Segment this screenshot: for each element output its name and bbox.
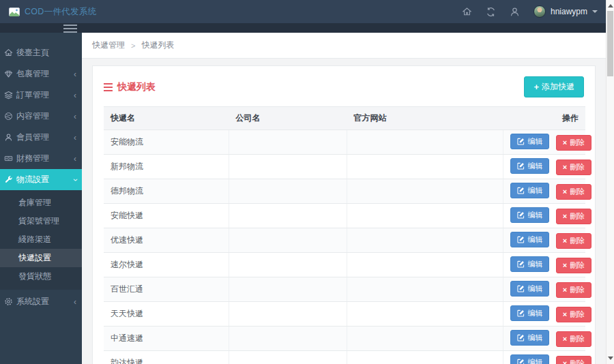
edit-button[interactable]: 编辑 [510, 158, 549, 174]
edit-icon [517, 187, 525, 194]
sidebar-item-gear[interactable]: 系統設置 ‹ [0, 291, 82, 312]
delete-button[interactable]: × 刪除 [556, 184, 591, 200]
col-company-name: 公司名 [229, 107, 347, 130]
user-menu[interactable]: hniawypm [533, 5, 598, 18]
username: hniawypm [551, 7, 587, 16]
cell-actions: 编辑 × 刪除 [503, 204, 585, 228]
scroll-up-arrow-icon[interactable] [608, 4, 613, 7]
cell-website [347, 351, 503, 364]
cell-courier-name: 韵达快遞 [104, 351, 229, 364]
sidebar-item-gem[interactable]: 包裹管理 ‹ [0, 63, 82, 85]
cell-company-name [229, 204, 347, 228]
sidebar-item-layers[interactable]: 訂單管理 ‹ [0, 85, 82, 106]
edit-button[interactable]: 编辑 [510, 305, 549, 321]
cell-company-name [229, 327, 347, 351]
delete-button[interactable]: × 刪除 [556, 307, 591, 322]
delete-button[interactable]: × 刪除 [556, 160, 591, 175]
cell-website [347, 155, 503, 179]
sidebar-subitem[interactable]: 倉庫管理 [0, 194, 82, 212]
table-row: 天天快遞 编辑 × 刪除 [104, 302, 585, 327]
delete-icon: × [563, 335, 567, 343]
app-logo[interactable]: COD一件代发系统 [0, 6, 96, 18]
edit-button[interactable]: 编辑 [510, 281, 549, 297]
sidebar-item-money[interactable]: 財務管理 ‹ [0, 148, 82, 169]
chevron-icon: ‹ [74, 155, 76, 163]
sidebar-item-label: 財務管理 [16, 153, 49, 164]
user-icon [4, 133, 13, 142]
sidebar-item-user[interactable]: 會員管理 ‹ [0, 127, 82, 148]
sidebar-subitem[interactable]: 綫路渠道 [0, 230, 82, 249]
scrollbar-thumb[interactable] [607, 11, 613, 76]
sidebar-subitem[interactable]: 貨架號管理 [0, 212, 82, 230]
home-icon[interactable] [462, 6, 473, 17]
delete-icon: × [563, 286, 567, 294]
breadcrumb-current: 快遞列表 [141, 40, 174, 51]
delete-icon: × [563, 188, 567, 196]
chevron-icon: ‹ [74, 70, 76, 78]
delete-button[interactable]: × 刪除 [556, 135, 591, 151]
chevron-icon: ‹ [71, 179, 79, 181]
add-courier-button[interactable]: + 添加快遞 [524, 76, 584, 97]
user-icon[interactable] [510, 6, 521, 17]
edit-button[interactable]: 编辑 [510, 354, 549, 364]
edit-icon [517, 211, 525, 219]
edit-button[interactable]: 编辑 [510, 330, 549, 346]
main-content: 快遞管理 > 快遞列表 快遞列表 + 添加快遞 快遞名 [82, 33, 606, 364]
sidebar-item-home[interactable]: 後臺主頁 [0, 42, 82, 63]
edit-button[interactable]: 编辑 [510, 232, 549, 247]
cell-actions: 编辑 × 刪除 [503, 155, 585, 179]
table-row: 速尔快遞 编辑 × 刪除 [104, 253, 585, 277]
cell-actions: 编辑 × 刪除 [503, 351, 585, 364]
scroll-down-arrow-icon[interactable] [608, 357, 613, 360]
money-icon [4, 154, 13, 163]
delete-button[interactable]: × 刪除 [556, 282, 591, 298]
edit-button[interactable]: 编辑 [510, 207, 549, 223]
sidebar-subitem-label: 發貨狀態 [18, 271, 51, 281]
delete-icon: × [563, 164, 567, 171]
edit-button[interactable]: 编辑 [510, 134, 549, 149]
cell-website [347, 228, 503, 253]
table-row: 德邦物流 编辑 × 刪除 [104, 179, 585, 204]
cell-actions: 编辑 × 刪除 [503, 130, 585, 155]
cell-actions: 编辑 × 刪除 [503, 179, 585, 204]
cell-website [347, 179, 503, 204]
cell-company-name [229, 253, 347, 277]
breadcrumb-link[interactable]: 快遞管理 [92, 40, 125, 51]
col-courier-name: 快遞名 [104, 107, 229, 130]
table-row: 优速快遞 编辑 × 刪除 [104, 228, 585, 253]
vertical-scrollbar [606, 0, 614, 364]
sidebar-item-label: 包裹管理 [16, 68, 49, 80]
delete-button[interactable]: × 刪除 [556, 331, 591, 347]
edit-button[interactable]: 编辑 [510, 183, 549, 198]
delete-icon: × [563, 360, 567, 364]
sidebar-item-wrench[interactable]: 物流設置 ‹ [0, 169, 82, 190]
edit-icon [517, 236, 525, 243]
sidebar-subitem[interactable]: 快遞設置 [0, 249, 82, 267]
cell-courier-name: 百世汇通 [104, 277, 229, 302]
delete-button[interactable]: × 刪除 [556, 209, 591, 224]
gear-icon [4, 297, 13, 306]
app-title: COD一件代发系统 [25, 6, 96, 18]
cell-company-name [229, 179, 347, 204]
col-website: 官方网站 [347, 107, 503, 130]
cell-actions: 编辑 × 刪除 [503, 302, 585, 327]
sidebar-subitem[interactable]: 發貨狀態 [0, 267, 82, 286]
chevron-icon: ‹ [74, 134, 76, 142]
edit-icon [517, 138, 525, 145]
delete-button[interactable]: × 刪除 [556, 356, 591, 364]
edit-button[interactable]: 编辑 [510, 256, 549, 272]
cell-company-name [229, 277, 347, 302]
cell-courier-name: 中通速遞 [104, 327, 229, 351]
avatar [533, 5, 546, 18]
gem-icon [4, 70, 13, 78]
sidebar-item-dribbble[interactable]: 内容管理 ‹ [0, 106, 82, 127]
delete-button[interactable]: × 刪除 [556, 233, 591, 249]
refresh-icon[interactable] [486, 6, 497, 17]
cell-actions: 编辑 × 刪除 [503, 228, 585, 253]
layers-icon [4, 91, 13, 100]
menu-toggle-icon[interactable] [63, 25, 77, 35]
delete-button[interactable]: × 刪除 [556, 258, 591, 273]
broken-image-icon [9, 7, 20, 16]
cell-courier-name: 优速快遞 [104, 228, 229, 253]
sidebar-item-label: 内容管理 [16, 110, 49, 122]
